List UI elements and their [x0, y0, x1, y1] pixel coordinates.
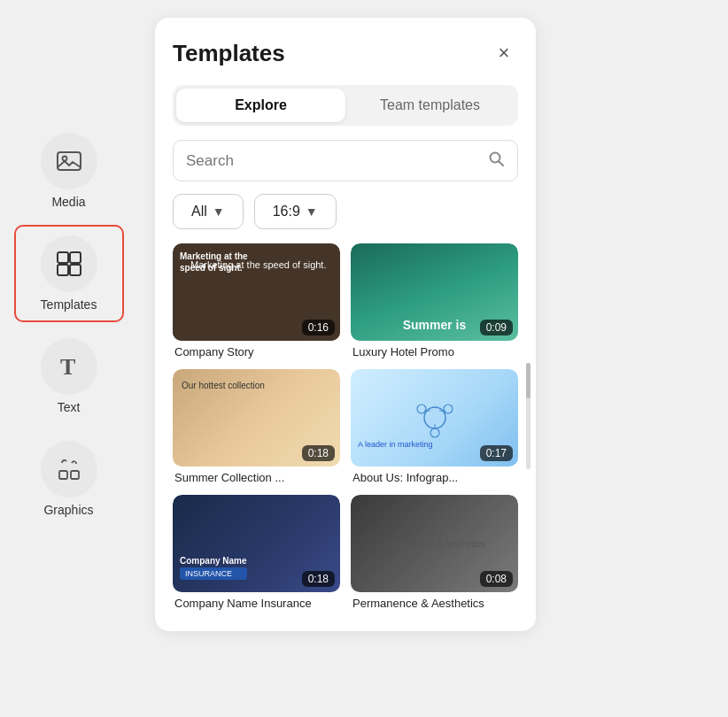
- templates-icon-circle: [41, 235, 97, 292]
- tab-explore[interactable]: Explore: [176, 89, 345, 122]
- sidebar-item-media[interactable]: Media: [16, 124, 122, 218]
- svg-rect-7: [59, 471, 67, 479]
- search-icon: [487, 150, 505, 172]
- scrollbar-thumb[interactable]: [526, 363, 531, 398]
- close-button[interactable]: ×: [490, 39, 518, 67]
- panel-title: Templates: [173, 40, 285, 67]
- sidebar: Media Templates T Text: [0, 0, 137, 717]
- permanence-duration: 0:08: [480, 571, 513, 587]
- template-thumb-about: A leader in marketing 0:17: [351, 369, 518, 466]
- sidebar-item-media-label: Media: [51, 195, 85, 209]
- svg-point-14: [430, 428, 439, 437]
- company-story-overlay: Marketing at the speed of sight.: [180, 251, 268, 274]
- template-card-permanence[interactable]: Permanence & Aesthetics 0:08 Permanence …: [351, 495, 518, 610]
- svg-rect-4: [58, 265, 68, 275]
- template-card-company-story[interactable]: Marketing at the speed of sight. 0:16 Co…: [173, 243, 340, 358]
- text-icon-circle: T: [41, 338, 97, 395]
- sidebar-item-templates[interactable]: Templates: [16, 227, 122, 320]
- insurance-duration: 0:18: [302, 571, 335, 587]
- filter-ratio-label: 16:9: [273, 204, 300, 220]
- svg-rect-8: [71, 471, 79, 479]
- templates-grid: Marketing at the speed of sight. 0:16 Co…: [173, 243, 518, 610]
- template-thumb-luxury: Summer is 0:09: [351, 243, 518, 341]
- insurance-company-label: Company Name: [180, 556, 247, 566]
- sidebar-item-graphics[interactable]: Graphics: [16, 432, 122, 526]
- template-card-luxury[interactable]: Summer is 0:09 Luxury Hotel Promo: [351, 243, 518, 358]
- filters-row: All ▼ 16:9 ▼: [173, 194, 518, 229]
- templates-icon: [56, 251, 82, 277]
- template-card-about[interactable]: A leader in marketing 0:17 About Us: Inf…: [351, 369, 518, 484]
- svg-point-12: [417, 405, 426, 413]
- scrollbar-track[interactable]: [526, 363, 531, 469]
- filter-all-button[interactable]: All ▼: [173, 194, 244, 229]
- svg-rect-2: [58, 252, 68, 263]
- template-thumb-company-story: Marketing at the speed of sight. 0:16: [173, 243, 340, 341]
- template-card-summer[interactable]: Our hottest collection 0:18 Summer Colle…: [173, 369, 340, 484]
- main-panel: Templates × Explore Team templates All ▼: [137, 0, 728, 717]
- graphics-icon-circle: [41, 441, 97, 497]
- company-story-name: Company Story: [173, 345, 340, 358]
- company-story-duration: 0:16: [302, 320, 335, 335]
- permanence-name: Permanence & Aesthetics: [351, 597, 518, 610]
- svg-rect-3: [70, 252, 81, 263]
- templates-panel: Templates × Explore Team templates All ▼: [155, 18, 536, 631]
- graphics-icon: [56, 456, 82, 482]
- template-thumb-permanence: Permanence & Aesthetics 0:08: [351, 495, 518, 592]
- search-input[interactable]: [186, 152, 480, 170]
- summer-name: Summer Collection ...: [173, 471, 340, 484]
- template-thumb-summer: Our hottest collection 0:18: [173, 369, 340, 466]
- insurance-name: Company Name Insurance: [173, 597, 340, 610]
- svg-line-10: [500, 162, 504, 166]
- template-card-insurance[interactable]: Company Name INSURANCE 0:18 Company Name…: [173, 495, 340, 610]
- about-name: About Us: Infograp...: [351, 471, 518, 484]
- svg-rect-5: [70, 265, 81, 275]
- search-bar: [173, 140, 518, 181]
- filter-all-label: All: [191, 204, 207, 220]
- about-overlay: A leader in marketing: [358, 440, 433, 451]
- svg-point-1: [62, 157, 66, 161]
- luxury-overlay: Summer is: [396, 318, 474, 332]
- filter-all-chevron: ▼: [213, 204, 225, 219]
- sidebar-item-graphics-label: Graphics: [43, 503, 93, 517]
- svg-text:T: T: [60, 354, 75, 379]
- filter-ratio-chevron: ▼: [306, 204, 318, 219]
- media-icon: [56, 148, 82, 174]
- filter-ratio-button[interactable]: 16:9 ▼: [254, 194, 337, 229]
- svg-point-13: [444, 405, 453, 413]
- luxury-duration: 0:09: [480, 320, 513, 335]
- text-icon: T: [57, 354, 81, 379]
- sidebar-item-text-label: Text: [58, 400, 81, 414]
- permanence-overlay: Permanence & Aesthetics: [383, 538, 485, 550]
- svg-rect-0: [58, 152, 81, 170]
- about-duration: 0:17: [480, 445, 513, 461]
- luxury-name: Luxury Hotel Promo: [351, 345, 518, 358]
- summer-overlay: Our hottest collection: [182, 380, 265, 392]
- summer-duration: 0:18: [302, 445, 335, 461]
- insurance-badge: INSURANCE: [180, 567, 247, 580]
- sidebar-item-text[interactable]: T Text: [16, 329, 122, 423]
- panel-header: Templates ×: [173, 39, 518, 67]
- tab-team-templates[interactable]: Team templates: [345, 89, 515, 122]
- about-graphic: [413, 396, 457, 440]
- sidebar-item-templates-label: Templates: [41, 297, 97, 312]
- media-icon-circle: [41, 133, 97, 189]
- template-thumb-insurance: Company Name INSURANCE 0:18: [173, 495, 340, 592]
- tabs-container: Explore Team templates: [173, 85, 518, 126]
